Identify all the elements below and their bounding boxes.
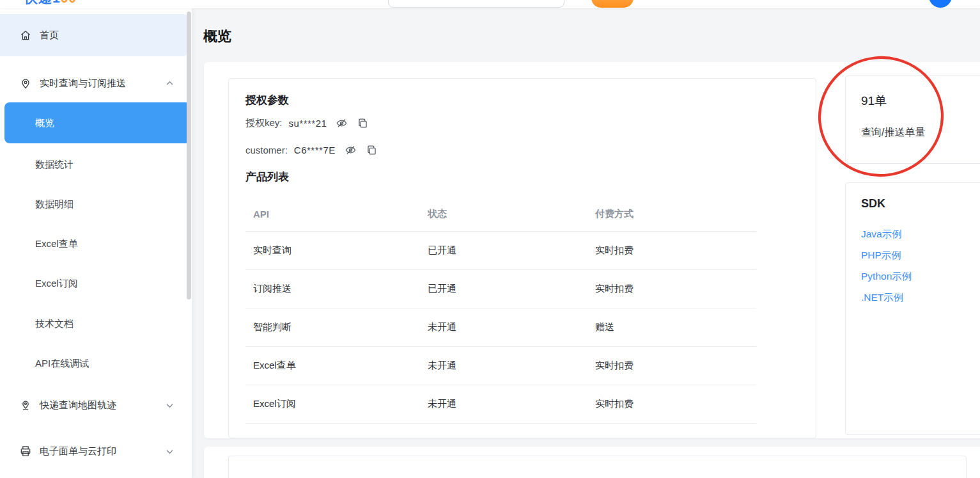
sidebar-item-tech-docs[interactable]: 技术文档 [0,304,192,344]
sidebar-item-excel-subscribe[interactable]: Excel订阅 [0,264,192,303]
top-navbar: 快递100 [0,0,980,8]
sdk-card: SDK Java示例 PHP示例 Python示例 .NET示例 [845,182,980,435]
column-header-status: 状态 [420,198,587,231]
sidebar-item-excel-query[interactable]: Excel查单 [0,224,192,264]
auth-customer-label: customer: [245,145,288,155]
auth-key-row: 授权key: su****21 [245,117,369,129]
bottom-card [228,456,967,478]
eye-off-icon[interactable] [345,144,357,156]
chevron-down-icon [166,401,174,410]
column-header-billing: 付费方式 [587,198,756,231]
sdk-link-python[interactable]: Python示例 [861,270,912,283]
sidebar-item-data-statistics[interactable]: 数据统计 [0,145,192,184]
table-row: 订阅推送 已开通 实时扣费 [245,269,756,308]
sidebar-group-label: 实时查询与订阅推送 [40,77,126,90]
sdk-link-php[interactable]: PHP示例 [861,249,901,262]
table-header-row: API 状态 付费方式 [245,198,756,231]
sidebar-group-eorder-print[interactable]: 电子面单与云打印 [0,435,192,467]
eye-off-icon[interactable] [336,117,348,129]
products-heading: 产品列表 [245,170,289,184]
sidebar-item-label: 首页 [40,29,59,42]
sidebar-group-realtime-query[interactable]: 实时查询与订阅推送 [0,67,192,99]
sidebar-scrollbar-thumb[interactable] [187,12,191,299]
map-pin-icon [19,399,32,411]
location-pin-icon [19,77,32,90]
chevron-down-icon [166,447,174,456]
sidebar-item-home[interactable]: 首页 [0,14,187,56]
table-row: 智能判断 未开通 赠送 [245,308,756,346]
stats-card: 91单 查询/推送单量 [845,76,980,164]
copy-icon[interactable] [366,144,378,156]
products-table: API 状态 付费方式 实时查询 已开通 实时扣费 订阅推送 已开通 实时扣费 … [245,198,756,424]
sdk-heading: SDK [861,197,885,211]
user-avatar[interactable] [929,0,952,8]
auth-heading: 授权参数 [245,93,289,108]
search-input[interactable] [389,0,564,7]
auth-key-value: su****21 [289,118,327,129]
auth-customer-row: customer: C6****7E [245,144,378,156]
home-icon [19,29,32,42]
column-header-api: API [245,198,420,231]
auth-products-card: 授权参数 授权key: su****21 customer: C6****7E … [228,78,816,438]
sidebar-group-label: 电子面单与云打印 [40,445,116,458]
page-title: 概览 [203,27,231,46]
search-box [388,0,564,8]
sdk-link-java[interactable]: Java示例 [861,228,902,241]
printer-icon [19,445,32,458]
auth-key-label: 授权key: [245,117,283,129]
stat-label: 查询/推送单量 [861,126,925,139]
table-row: Excel查单 未开通 实时扣费 [245,346,756,385]
sidebar: 首页 实时查询与订阅推送 概览 数据统计 数据明细 Excel查单 Excel订… [0,8,192,478]
sidebar-item-data-detail[interactable]: 数据明细 [0,184,192,224]
sidebar-group-label: 快递查询地图轨迹 [40,399,116,411]
stat-value: 91单 [861,93,887,109]
sidebar-group-map-track[interactable]: 快递查询地图轨迹 [0,389,192,421]
sidebar-item-overview[interactable]: 概览 [4,102,191,143]
sdk-link-dotnet[interactable]: .NET示例 [861,291,903,305]
auth-customer-value: C6****7E [294,145,336,155]
sidebar-item-api-debug[interactable]: API在线调试 [0,344,192,383]
table-row: 实时查询 已开通 实时扣费 [245,231,756,269]
logo[interactable]: 快递100 [24,0,77,7]
primary-action-button[interactable] [591,0,634,8]
table-row: Excel订阅 未开通 实时扣费 [245,385,756,423]
chevron-up-icon [166,79,174,88]
copy-icon[interactable] [357,117,369,129]
